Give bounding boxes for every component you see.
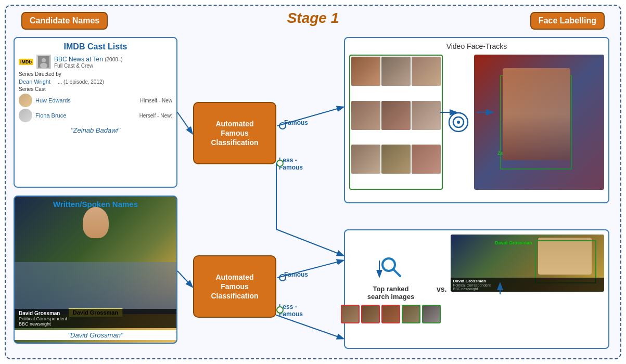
candidate-names-badge: Candidate Names [21, 12, 108, 30]
labeled-face: Zeinab Badawi [474, 55, 604, 190]
svg-point-1 [42, 58, 46, 62]
vft-title: Video Face-Tracks [349, 42, 604, 50]
search-face-2 [361, 305, 380, 323]
afc-box-bottom: Automated Famous Classification [193, 255, 276, 318]
search-face-3 [381, 305, 400, 323]
david-name-overlay: David Grossman [495, 240, 532, 245]
search-content: Top ranked search images vs. D [349, 235, 604, 344]
imdb-title: IMDB Cast Lists [19, 42, 172, 51]
face-cell-1 [351, 57, 380, 86]
svg-line-7 [393, 269, 400, 276]
search-box: Top ranked search images vs. D [344, 229, 609, 349]
search-face-1 [341, 305, 360, 323]
vs-label: vs. [437, 235, 446, 344]
svg-line-11 [276, 229, 343, 255]
search-left: Top ranked search images [349, 235, 432, 344]
face-labelling-badge: Face Labelling [530, 12, 605, 30]
face-cell-2 [381, 57, 411, 86]
svg-line-8 [177, 112, 192, 133]
spoken-bottom-bar: David Grossman Political Correspondent B… [15, 309, 176, 328]
search-faces-row [341, 305, 441, 323]
imdb-logo: IMDb [19, 59, 33, 65]
circle-famous-bottom [279, 274, 286, 281]
afc-box-top: Automated Famous Classification [193, 102, 276, 164]
face-cell-4 [351, 101, 380, 130]
svg-line-14 [276, 315, 343, 339]
spoken-image-area: David Grossman David Grossman Political … [15, 197, 176, 343]
search-right: David Grossman David Grossman Political … [451, 235, 604, 344]
face-cell-8 [381, 145, 411, 174]
imdb-face-placeholder [36, 55, 51, 69]
vft-content: Zeinab Badawi [349, 55, 604, 190]
circle-less-famous-bottom [276, 306, 284, 314]
face-cell-6 [412, 101, 441, 130]
david-box [535, 240, 596, 283]
face-cell-9 [412, 145, 441, 174]
imdb-content: IMDb BBC News at Ten (2000–) Full Cast &… [19, 55, 172, 122]
circle-famous-top [279, 122, 286, 129]
search-label: Top ranked search images [367, 285, 414, 301]
vft-box: Video Face-Tracks [344, 37, 609, 203]
svg-point-5 [457, 121, 460, 124]
imdb-box: IMDB Cast Lists IMDb BBC News at Ten (20… [14, 37, 177, 188]
stage-title: Stage 1 [287, 10, 339, 27]
face-cell-3 [412, 57, 441, 86]
circle-less-famous-top [276, 160, 284, 167]
imdb-film-title: BBC News at Ten (2000–) [54, 56, 123, 63]
david-bottom-bar: David Grossman Political Correspondent B… [451, 278, 604, 292]
face-cell-5 [381, 101, 411, 130]
search-icon [379, 255, 402, 283]
famous-label-top: Famous [284, 119, 308, 126]
target-circle [448, 55, 469, 190]
spoken-box: Written/Spoken Names David Grossman Davi… [14, 196, 177, 344]
spoken-quote: "David Grossman" [15, 330, 176, 340]
search-face-4 [402, 305, 420, 323]
face-cell-7 [351, 145, 380, 174]
spoken-title: Written/Spoken Names [15, 200, 176, 209]
svg-line-12 [177, 271, 192, 287]
david-video: David Grossman David Grossman Political … [451, 235, 604, 292]
famous-label-bottom: Famous [284, 271, 308, 278]
main-container: Stage 1 Candidate Names Face Labelling I… [5, 5, 621, 359]
face-grid [349, 55, 443, 190]
person-head [83, 207, 109, 238]
imdb-quote: "Zeinab Badawi" [19, 126, 172, 134]
